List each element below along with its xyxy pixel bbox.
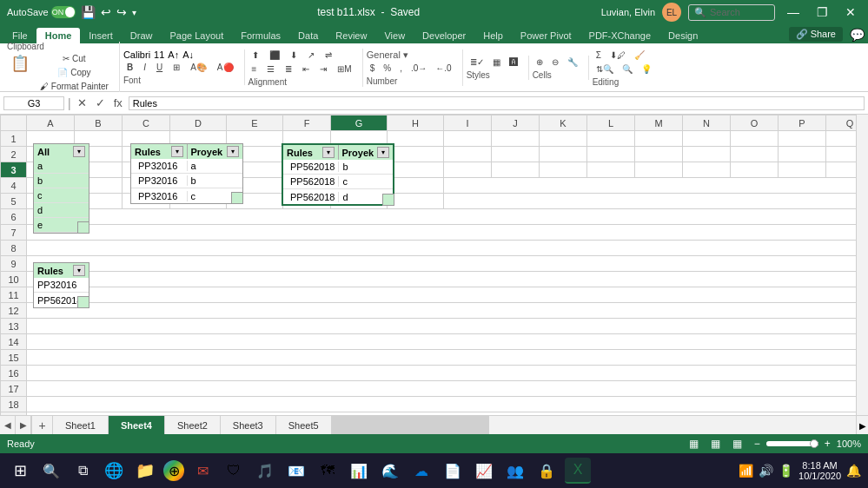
col-header-J[interactable]: J [492,115,540,131]
indent-inc-button[interactable]: ⇥ [316,63,330,76]
font-name[interactable]: Calibri [123,49,150,60]
cell-H4[interactable] [388,178,444,194]
teams-icon[interactable]: 👥 [502,458,528,484]
border-button[interactable]: ⊞ [169,61,183,74]
search-box[interactable]: 🔍 Search [688,4,775,21]
align-left-button[interactable]: ≡ [248,63,261,76]
cell-H1[interactable] [388,131,444,147]
filter-table-2-row-2[interactable]: PP32016 b [131,174,242,188]
col-header-M[interactable]: M [635,115,683,131]
cell-wide[interactable] [27,397,869,412]
col-header-I[interactable]: I [444,115,492,131]
filter-dropdown-rules-3[interactable]: ▾ [322,147,335,158]
share-button[interactable]: 🔗 Share [789,27,843,42]
cell-wide[interactable] [444,194,869,209]
row-num-15[interactable]: 15 [1,350,27,366]
network-icon[interactable]: 📶 [739,464,753,478]
row-num-18[interactable]: 18 [1,397,27,412]
cell-wide[interactable] [27,272,869,287]
row-num-6[interactable]: 6 [1,209,27,225]
undo-icon[interactable]: ↩ [101,5,111,19]
quick-access-more[interactable]: ▾ [132,8,136,17]
clear-button[interactable]: 🧹 [631,49,648,62]
row-num-19[interactable]: 19 [1,412,27,416]
edge-browser-icon[interactable]: 🌐 [101,458,127,484]
row-num-7[interactable]: 7 [1,225,27,241]
ideas-button[interactable]: 💡 [638,63,655,76]
number-format[interactable]: General ▾ [367,49,455,61]
format-painter-button[interactable]: 🖌 Format Painter [36,80,112,93]
bold-button[interactable]: B [123,61,136,74]
font-color-button[interactable]: A🔴 [214,61,237,74]
cell-K1[interactable] [540,131,587,147]
insert-cells-button[interactable]: ⊕ [533,56,547,69]
spotify-icon[interactable]: 🎵 [252,458,278,484]
page-layout-view-button[interactable]: ▦ [708,437,723,451]
col-header-O[interactable]: O [731,115,779,131]
cell-K3[interactable] [540,162,587,178]
col-header-H[interactable]: H [388,115,444,131]
notification-icon[interactable]: 🔔 [846,464,861,478]
cell-L3[interactable] [587,162,635,178]
battery-icon[interactable]: 🔋 [779,464,793,478]
avatar[interactable]: EL [662,3,681,22]
zoom-slider[interactable] [766,441,818,446]
powerpoint-icon[interactable]: 📊 [346,458,372,484]
zoom-thumb[interactable] [810,439,818,448]
scrollbar-right-arrow[interactable]: ▶ [856,416,868,435]
align-middle-button[interactable]: ⬛ [266,49,283,62]
cancel-formula-button[interactable]: ✕ [75,96,89,109]
cell-J1[interactable] [492,131,540,147]
cell-wide[interactable] [27,241,869,256]
filter-table-3-row-3[interactable]: PP562018 d [283,189,393,204]
cell-wide[interactable] [27,381,869,397]
tab-review[interactable]: Review [327,28,375,43]
cell-wide[interactable] [27,334,869,350]
filter-row-a[interactable]: a [34,159,89,174]
wrap-button[interactable]: ⇌ [321,49,335,62]
comma-button[interactable]: , [396,62,406,75]
cell-J3[interactable] [492,162,540,178]
tab-design[interactable]: Design [659,28,706,43]
file-explorer-icon[interactable]: 📁 [132,458,158,484]
tab-view[interactable]: View [375,28,414,43]
filter-table-2-row-3[interactable]: PP32016 c [131,188,242,203]
filter-dropdown-rules-2[interactable]: ▾ [171,146,183,157]
row-num-3[interactable]: 3 [1,162,27,178]
cell-H5[interactable] [388,194,444,209]
cell-I3[interactable] [444,162,492,178]
sheet-tab-sheet2[interactable]: Sheet2 [165,416,221,435]
zoom-out-button[interactable]: − [752,437,763,451]
autosave-toggle[interactable]: AutoSave ON [7,6,76,18]
clock[interactable]: 8:18 AM 10/1/2020 [798,460,841,481]
fill-button[interactable]: ⬇🖊 [606,49,629,62]
align-bottom-button[interactable]: ⬇ [287,49,301,62]
tab-formulas[interactable]: Formulas [232,28,289,43]
tab-data[interactable]: Data [289,28,327,43]
comments-icon[interactable]: 💬 [850,28,865,42]
filter-table-3-row-1[interactable]: PP562018 b [283,160,393,175]
row-num-10[interactable]: 10 [1,272,27,287]
cell-O1[interactable] [731,131,779,147]
format-as-table-button[interactable]: ▦ [489,56,504,69]
formula-input[interactable] [129,96,865,110]
format-cells-button[interactable]: 🔧 [564,56,581,69]
paste-button[interactable]: 📋 [7,52,33,93]
filter-dropdown-proyek-3[interactable]: ▾ [377,147,389,158]
decimal-dec-button[interactable]: ←.0 [432,62,454,75]
start-button[interactable]: ⊞ [7,458,33,484]
cut-button[interactable]: ✂ Cut [36,52,112,65]
decimal-inc-button[interactable]: .0→ [407,62,430,75]
filter-dropdown-rules-4[interactable]: ▾ [73,265,85,276]
cell-H2[interactable] [388,147,444,162]
cell-wide[interactable] [27,412,869,416]
align-right-button[interactable]: ≣ [282,63,295,76]
vertical-scrollbar[interactable] [856,115,868,415]
col-header-F[interactable]: F [283,115,331,131]
filter-table-3-row-2[interactable]: PP562018 c [283,175,393,189]
minimize-button[interactable]: — [782,3,805,21]
orient-button[interactable]: ↗ [304,49,318,62]
row-num-16[interactable]: 16 [1,366,27,381]
volume-icon[interactable]: 🔊 [759,464,773,478]
sort-filter-button[interactable]: ⇅🔍 [593,63,617,76]
